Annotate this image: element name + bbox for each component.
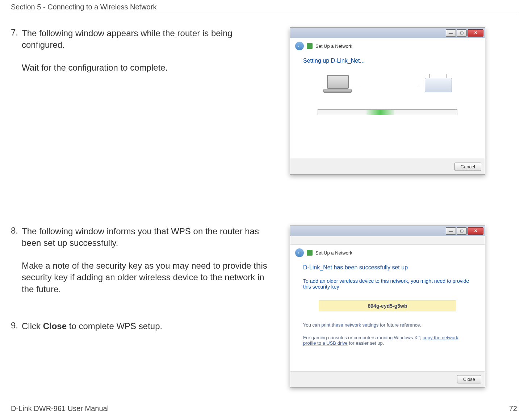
back-arrow-icon[interactable]: ← [295,248,304,257]
titlebar: — ▢ ✕ [290,226,485,236]
maximize-button[interactable]: ▢ [457,227,467,235]
step-text: The following window appears while the r… [22,28,275,84]
router-icon [425,78,452,92]
manual-title: D-Link DWR-961 User Manual [11,404,109,413]
step9-post: to complete WPS setup. [67,321,162,331]
step9-bold: Close [43,321,67,331]
network-icon [307,43,313,49]
connection-line [360,85,418,85]
dialog-footer: Close [290,371,485,387]
close-dialog-button[interactable]: Close [457,375,481,383]
step8-line2: Make a note of the security key as you m… [22,260,275,295]
titlebar: — ▢ ✕ [290,28,485,38]
section-header: Section 5 - Connecting to a Wireless Net… [11,0,517,13]
dialog-message: To add an older wireless device to this … [303,278,472,290]
divider-bottom [11,402,517,402]
dialog-heading: Setting up D-Link_Net... [303,58,472,64]
dialog-heading: D-Link_Net has been successfully set up [303,264,472,271]
security-key-box: 894g-eyd5-g5wb [319,301,456,311]
usb-note: For gaming consoles or computers running… [303,335,472,346]
step-text: Click Close to complete WPS setup. [22,320,162,343]
step8-line1: The following window informs you that WP… [22,226,275,249]
print-settings-link[interactable]: print these network settings [321,322,378,328]
dialog-nav-label: Set Up a Network [315,250,352,256]
print-note: You can print these network settings for… [303,322,472,328]
step7-line1: The following window appears while the r… [22,28,275,51]
step-number: 8. [11,226,18,306]
step-9: 9. Click Close to complete WPS setup. [11,320,275,343]
step-8: 8. The following window informs you that… [11,226,275,306]
page-number: 72 [509,404,517,413]
step-text: The following window informs you that WP… [22,226,275,306]
dialog-configuring: — ▢ ✕ ← Set Up a Network Setting up D-Li… [290,28,485,175]
minimize-button[interactable]: — [446,227,456,235]
dialog-nav: ← Set Up a Network [290,38,485,54]
step-number: 9. [11,320,18,343]
close-button[interactable]: ✕ [468,227,483,235]
page-footer: D-Link DWR-961 User Manual 72 [11,402,517,413]
faded-toolbar [290,236,485,245]
progress-bar [318,109,457,115]
connection-diagram [303,75,472,95]
step-number: 7. [11,28,18,84]
back-arrow-icon[interactable]: ← [295,42,304,50]
dialog-nav-label: Set Up a Network [315,43,352,49]
maximize-button[interactable]: ▢ [457,29,467,37]
dialog-footer: Cancel [290,159,485,175]
laptop-icon [323,75,352,95]
dialog-success: — ▢ ✕ ← Set Up a Network D-Link_Net has … [290,226,485,387]
minimize-button[interactable]: — [446,29,456,37]
step7-line2: Wait for the configuration to complete. [22,62,275,74]
step9-pre: Click [22,321,43,331]
cancel-button[interactable]: Cancel [454,163,481,171]
close-button[interactable]: ✕ [468,29,483,37]
step-7: 7. The following window appears while th… [11,28,275,84]
dialog-nav: ← Set Up a Network [290,245,485,261]
network-icon [307,250,313,256]
divider-top [11,13,517,13]
